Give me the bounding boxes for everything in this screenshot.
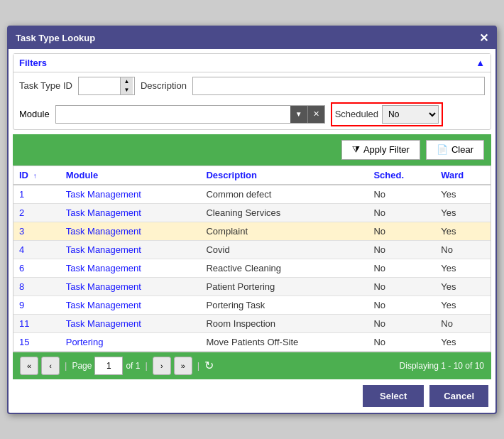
- page-label: Page: [72, 361, 92, 371]
- cell-sched: No: [368, 203, 435, 222]
- table-row[interactable]: 15PorteringMove Patients Off-SiteNoYes: [13, 332, 491, 351]
- cell-ward: Yes: [435, 277, 491, 296]
- cell-description: Common defect: [200, 185, 368, 204]
- results-table: ID ↑ Module Description Sched. Ward 1Tas…: [13, 166, 491, 352]
- select-button[interactable]: Select: [363, 385, 424, 407]
- title-bar: Task Type Lookup ✕: [9, 27, 495, 49]
- cell-sched: No: [368, 222, 435, 240]
- cell-module: Task Management: [60, 277, 201, 296]
- apply-filter-button[interactable]: ⧩ Apply Filter: [341, 140, 420, 160]
- col-id: ID ↑: [13, 166, 60, 185]
- collapse-icon[interactable]: ▲: [476, 58, 485, 68]
- clear-button[interactable]: 📄 Clear: [426, 140, 484, 160]
- col-sched: Sched.: [368, 166, 435, 185]
- cell-description: Covid: [200, 240, 368, 259]
- filters-section: Filters ▲ Task Type ID ▲ ▼ Description M…: [13, 53, 491, 130]
- task-type-lookup-dialog: Task Type Lookup ✕ Filters ▲ Task Type I…: [7, 26, 497, 414]
- table-row[interactable]: 3Task ManagementComplaintNoYes: [13, 222, 491, 240]
- cell-sched: No: [368, 314, 435, 332]
- cell-sched: No: [368, 277, 435, 296]
- cell-sched: No: [368, 240, 435, 259]
- description-input[interactable]: [192, 77, 485, 95]
- clear-label: Clear: [451, 144, 473, 155]
- table-container: ID ↑ Module Description Sched. Ward 1Tas…: [13, 166, 491, 352]
- cell-id: 2: [13, 203, 60, 222]
- displaying-info: Displaying 1 - 10 of 10: [400, 361, 484, 371]
- task-type-id-input[interactable]: ▲ ▼: [78, 77, 135, 95]
- cell-module: Task Management: [60, 240, 201, 259]
- cell-sched: No: [368, 259, 435, 277]
- table-row[interactable]: 8Task ManagementPatient PorteringNoYes: [13, 277, 491, 296]
- action-bar: ⧩ Apply Filter 📄 Clear: [13, 134, 491, 166]
- spinner-buttons: ▲ ▼: [120, 77, 133, 94]
- page-input[interactable]: [94, 357, 123, 375]
- filters-label: Filters: [19, 58, 47, 68]
- doc-icon: 📄: [437, 144, 448, 155]
- cell-id: 15: [13, 332, 60, 351]
- filter-icon: ⧩: [352, 144, 360, 156]
- col-description: Description: [200, 166, 368, 185]
- module-clear-button[interactable]: ✕: [307, 106, 324, 123]
- cell-ward: Yes: [435, 203, 491, 222]
- cell-id: 11: [13, 314, 60, 332]
- cell-ward: Yes: [435, 296, 491, 314]
- prev-page-button[interactable]: ‹: [41, 357, 60, 375]
- col-module: Module: [60, 166, 201, 185]
- filter-row-1: Task Type ID ▲ ▼ Description: [13, 72, 491, 99]
- filters-header: Filters ▲: [13, 54, 491, 72]
- cell-description: Move Patients Off-Site: [200, 332, 368, 351]
- module-input[interactable]: [56, 106, 290, 123]
- table-body: 1Task ManagementCommon defectNoYes2Task …: [13, 185, 491, 352]
- cell-module: Task Management: [60, 203, 201, 222]
- cell-ward: No: [435, 314, 491, 332]
- cell-description: Cleaning Services: [200, 203, 368, 222]
- last-page-button[interactable]: »: [174, 357, 192, 375]
- task-type-id-field[interactable]: [79, 77, 120, 94]
- next-page-button[interactable]: ›: [153, 357, 171, 375]
- table-row[interactable]: 9Task ManagementPortering TaskNoYes: [13, 296, 491, 314]
- cell-id: 4: [13, 240, 60, 259]
- table-row[interactable]: 6Task ManagementReactive CleaningNoYes: [13, 259, 491, 277]
- dialog-title: Task Type Lookup: [16, 33, 95, 43]
- first-page-button[interactable]: «: [20, 357, 38, 375]
- cell-module: Task Management: [60, 222, 201, 240]
- table-row[interactable]: 11Task ManagementRoom InspectionNoNo: [13, 314, 491, 332]
- cell-id: 1: [13, 185, 60, 204]
- table-row[interactable]: 4Task ManagementCovidNoNo: [13, 240, 491, 259]
- table-row[interactable]: 1Task ManagementCommon defectNoYes: [13, 185, 491, 204]
- module-dropdown: ▼ ✕: [55, 105, 325, 124]
- separator-3: |: [197, 360, 199, 371]
- cell-id: 9: [13, 296, 60, 314]
- of-label: of 1: [126, 361, 140, 371]
- cell-description: Reactive Cleaning: [200, 259, 368, 277]
- cell-ward: No: [435, 240, 491, 259]
- separator-2: |: [145, 360, 147, 371]
- cell-ward: Yes: [435, 259, 491, 277]
- cell-description: Room Inspection: [200, 314, 368, 332]
- spinner-down[interactable]: ▼: [121, 86, 133, 94]
- scheduled-group: Scheduled No - Yes: [331, 102, 443, 126]
- task-type-id-label: Task Type ID: [19, 80, 72, 91]
- pagination-bar: « ‹ | Page of 1 | › » | ↻ Displaying 1 -…: [13, 352, 491, 379]
- cell-module: Task Management: [60, 259, 201, 277]
- scheduled-select[interactable]: No - Yes: [382, 105, 439, 124]
- description-label: Description: [141, 80, 187, 91]
- cell-sched: No: [368, 332, 435, 351]
- cancel-button[interactable]: Cancel: [429, 385, 488, 407]
- module-label: Module: [19, 109, 50, 119]
- table-row[interactable]: 2Task ManagementCleaning ServicesNoYes: [13, 203, 491, 222]
- cell-module: Task Management: [60, 296, 201, 314]
- cell-id: 3: [13, 222, 60, 240]
- refresh-button[interactable]: ↻: [204, 359, 214, 372]
- spinner-up[interactable]: ▲: [121, 77, 133, 86]
- cell-description: Complaint: [200, 222, 368, 240]
- close-button[interactable]: ✕: [479, 31, 488, 45]
- cell-module: Portering: [60, 332, 201, 351]
- cell-module: Task Management: [60, 314, 201, 332]
- scheduled-label: Scheduled: [335, 109, 378, 119]
- cell-description: Portering Task: [200, 296, 368, 314]
- separator-1: |: [65, 360, 67, 371]
- module-dropdown-button[interactable]: ▼: [290, 106, 307, 123]
- cell-ward: Yes: [435, 332, 491, 351]
- module-row: Module ▼ ✕ Scheduled No - Yes: [13, 99, 491, 129]
